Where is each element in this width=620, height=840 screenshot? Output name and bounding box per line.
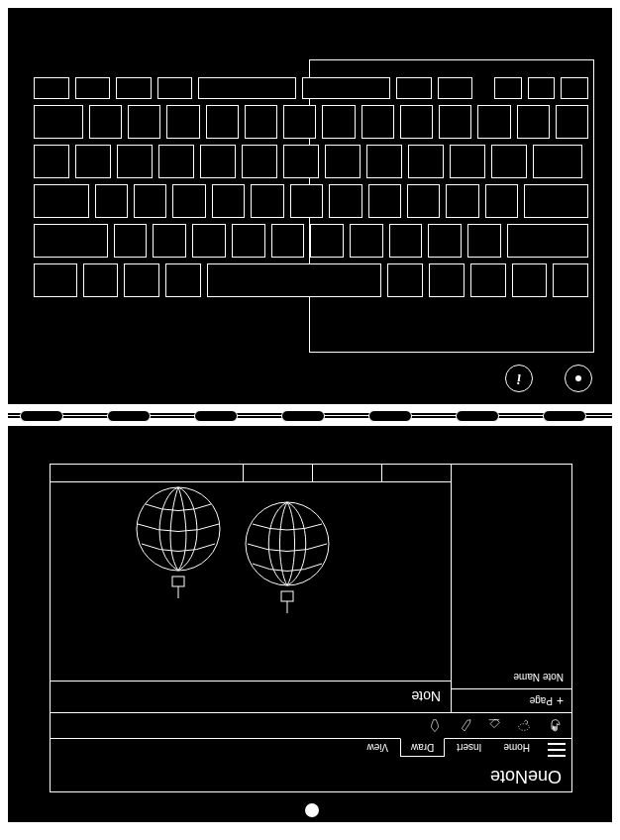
key[interactable] — [206, 105, 239, 139]
key[interactable] — [117, 145, 153, 178]
key[interactable] — [429, 263, 465, 297]
key[interactable] — [192, 224, 226, 258]
section-tab[interactable] — [243, 465, 312, 481]
svg-rect-2 — [281, 591, 293, 601]
marker-icon[interactable] — [427, 718, 443, 734]
key[interactable] — [438, 77, 473, 99]
key[interactable] — [34, 224, 108, 258]
key[interactable] — [325, 145, 361, 178]
hamburger-icon[interactable] — [548, 743, 566, 757]
key[interactable] — [75, 145, 111, 178]
key[interactable] — [350, 224, 383, 258]
key[interactable] — [322, 105, 355, 139]
key[interactable] — [329, 184, 362, 218]
key[interactable] — [561, 77, 588, 99]
tab-view[interactable]: View — [357, 739, 398, 756]
page-list-item[interactable]: Note Name — [452, 666, 571, 688]
key[interactable] — [485, 184, 518, 218]
key[interactable] — [491, 145, 527, 178]
key[interactable] — [290, 184, 323, 218]
device-screen-face: OneNote Home Insert Draw View — [8, 426, 612, 822]
key[interactable] — [302, 77, 390, 99]
key[interactable] — [124, 263, 159, 297]
key[interactable] — [533, 145, 582, 178]
key[interactable] — [556, 105, 588, 139]
key[interactable] — [128, 105, 160, 139]
key[interactable] — [283, 105, 316, 139]
key[interactable] — [232, 224, 265, 258]
key[interactable] — [362, 105, 394, 139]
key[interactable] — [450, 145, 485, 178]
key[interactable] — [245, 105, 277, 139]
tab-home[interactable]: Home — [493, 739, 540, 756]
key[interactable] — [507, 224, 588, 258]
keyboard-row — [34, 145, 588, 178]
key[interactable] — [467, 224, 501, 258]
key[interactable] — [200, 145, 236, 178]
keyboard[interactable] — [34, 77, 588, 303]
key[interactable] — [366, 145, 402, 178]
key[interactable] — [553, 263, 588, 297]
key[interactable] — [212, 184, 245, 218]
key[interactable] — [114, 224, 148, 258]
key[interactable] — [34, 77, 69, 99]
key[interactable] — [389, 224, 423, 258]
key[interactable] — [95, 184, 128, 218]
key[interactable] — [83, 263, 119, 297]
app-title: OneNote — [490, 767, 562, 788]
key[interactable] — [165, 263, 201, 297]
key[interactable] — [517, 105, 550, 139]
key[interactable] — [157, 77, 193, 99]
tab-insert[interactable]: Insert — [447, 739, 491, 756]
key[interactable] — [512, 263, 548, 297]
key[interactable] — [310, 224, 344, 258]
eraser-icon[interactable] — [486, 718, 502, 734]
key[interactable] — [477, 105, 510, 139]
key[interactable] — [172, 184, 205, 218]
key[interactable] — [494, 77, 522, 99]
workspace: + Page Note Name Note — [51, 465, 571, 712]
hand-tool-icon[interactable] — [546, 718, 562, 734]
key[interactable] — [34, 145, 69, 178]
key[interactable] — [387, 263, 423, 297]
key[interactable] — [198, 77, 296, 99]
key[interactable] — [524, 184, 588, 218]
section-tab[interactable] — [381, 465, 451, 481]
key[interactable] — [34, 184, 89, 218]
key-spacebar[interactable] — [207, 263, 382, 297]
key[interactable] — [446, 184, 478, 218]
note-canvas[interactable]: Note — [51, 465, 451, 712]
key[interactable] — [34, 263, 77, 297]
key[interactable] — [34, 105, 83, 139]
key[interactable] — [368, 184, 401, 218]
key[interactable] — [400, 105, 433, 139]
section-tab[interactable] — [312, 465, 381, 481]
info-button[interactable]: i — [505, 365, 533, 392]
record-button[interactable] — [565, 365, 592, 392]
pen-icon[interactable] — [457, 718, 472, 734]
lasso-icon[interactable] — [516, 718, 532, 734]
key[interactable] — [271, 224, 305, 258]
key[interactable] — [396, 77, 432, 99]
key[interactable] — [407, 184, 440, 218]
key[interactable] — [75, 77, 111, 99]
home-button[interactable] — [305, 803, 319, 817]
key[interactable] — [166, 105, 199, 139]
key[interactable] — [528, 77, 556, 99]
key[interactable] — [89, 105, 122, 139]
key[interactable] — [283, 145, 319, 178]
note-title[interactable]: Note — [51, 681, 451, 712]
key[interactable] — [158, 145, 194, 178]
key[interactable] — [428, 224, 462, 258]
key[interactable] — [439, 105, 471, 139]
key[interactable] — [408, 145, 444, 178]
add-page-button[interactable]: + Page — [452, 688, 571, 712]
key[interactable] — [242, 145, 277, 178]
tab-draw[interactable]: Draw — [400, 738, 445, 757]
key[interactable] — [116, 77, 152, 99]
ornament-drawing-left — [243, 494, 332, 613]
key[interactable] — [470, 263, 506, 297]
key[interactable] — [251, 184, 283, 218]
key[interactable] — [134, 184, 166, 218]
key[interactable] — [153, 224, 186, 258]
